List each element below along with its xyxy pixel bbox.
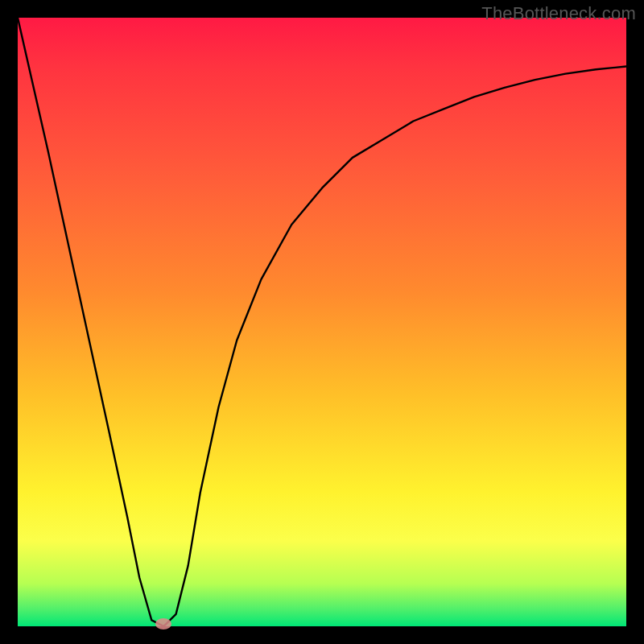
- curve-svg: [18, 18, 626, 626]
- marker-dot: [155, 618, 171, 630]
- curve-path: [18, 18, 626, 626]
- plot-area: [18, 18, 626, 626]
- watermark-text: TheBottleneck.com: [481, 3, 636, 24]
- chart-frame: TheBottleneck.com: [0, 0, 644, 644]
